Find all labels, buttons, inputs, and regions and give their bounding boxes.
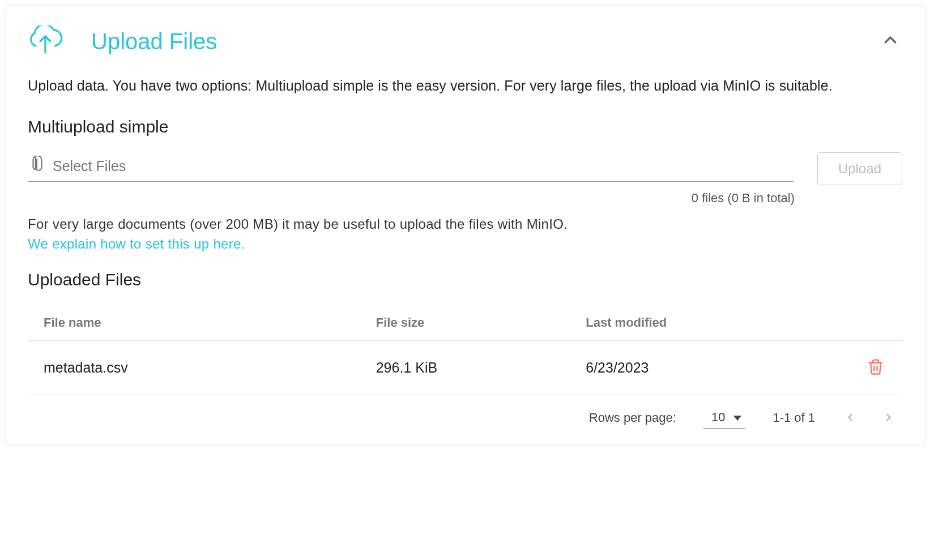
select-files-input[interactable] xyxy=(28,152,794,182)
file-count-status: 0 files (0 B in total) xyxy=(28,191,902,206)
upload-card: Upload Files Upload data. You have two o… xyxy=(5,5,925,445)
multiupload-section-title: Multiupload simple xyxy=(28,117,902,136)
trash-icon xyxy=(867,358,884,378)
upload-button[interactable]: Upload xyxy=(817,152,902,185)
cell-file-name: metadata.csv xyxy=(28,340,360,395)
delete-button[interactable] xyxy=(865,356,886,380)
rows-per-page-value: 10 xyxy=(711,410,725,425)
rows-per-page-select[interactable]: 10 xyxy=(703,408,745,429)
description-text: Upload data. You have two options: Multi… xyxy=(28,75,902,97)
file-select-field[interactable] xyxy=(28,152,794,182)
dropdown-icon xyxy=(733,410,742,425)
uploaded-files-section-title: Uploaded Files xyxy=(28,270,902,289)
card-header-left: Upload Files xyxy=(28,25,217,57)
rows-per-page-label: Rows per page: xyxy=(589,411,676,425)
col-file-size: File size xyxy=(360,305,570,341)
chevron-left-icon xyxy=(844,412,856,425)
minio-setup-link[interactable]: We explain how to set this up here. xyxy=(28,236,245,252)
page-title: Upload Files xyxy=(91,29,217,54)
card-header: Upload Files xyxy=(28,25,902,57)
page-nav xyxy=(842,409,897,427)
col-last-modified: Last modified xyxy=(570,305,814,341)
chevron-right-icon xyxy=(883,412,894,425)
cell-file-size: 296.1 KiB xyxy=(360,340,570,395)
collapse-icon[interactable] xyxy=(878,28,902,54)
page-range-text: 1-1 of 1 xyxy=(773,411,815,425)
next-page-button[interactable] xyxy=(881,409,897,427)
pagination: Rows per page: 10 1-1 of 1 xyxy=(28,395,902,429)
col-actions xyxy=(815,305,902,341)
table-row: metadata.csv 296.1 KiB 6/23/2023 xyxy=(28,340,902,395)
minio-hint-text: For very large documents (over 200 MB) i… xyxy=(28,213,902,235)
prev-page-button[interactable] xyxy=(842,409,858,427)
col-file-name: File name xyxy=(28,305,360,341)
svg-marker-3 xyxy=(733,416,741,421)
table-header-row: File name File size Last modified xyxy=(28,305,902,341)
cloud-upload-icon xyxy=(28,25,64,57)
cell-last-modified: 6/23/2023 xyxy=(570,340,814,395)
uploaded-files-table: File name File size Last modified metada… xyxy=(28,305,902,395)
file-select-row: Upload xyxy=(28,152,902,185)
paperclip-icon xyxy=(30,156,45,175)
